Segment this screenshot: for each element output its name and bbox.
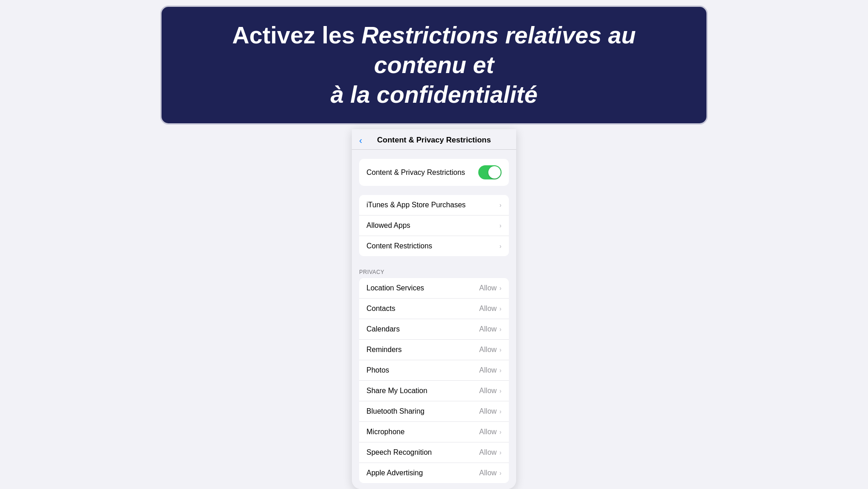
microphone-right: Allow › [479, 428, 502, 436]
speech-recognition-right: Allow › [479, 448, 502, 457]
nav-bar: ‹ Content & Privacy Restrictions [352, 129, 516, 150]
apple-advertising-label: Apple Advertising [366, 469, 423, 477]
speech-recognition-chevron: › [499, 449, 502, 456]
itunes-row[interactable]: iTunes & App Store Purchases › [359, 195, 509, 216]
main-rows-group: iTunes & App Store Purchases › Allowed A… [359, 195, 509, 256]
toggle-section: Content & Privacy Restrictions [359, 159, 509, 186]
calendars-value: Allow [479, 325, 497, 333]
location-services-value: Allow [479, 284, 497, 292]
bluetooth-row[interactable]: Bluetooth Sharing Allow › [359, 401, 509, 422]
calendars-chevron: › [499, 326, 502, 333]
photos-row[interactable]: Photos Allow › [359, 360, 509, 381]
contacts-value: Allow [479, 305, 497, 313]
share-location-chevron: › [499, 387, 502, 394]
contacts-chevron: › [499, 305, 502, 312]
location-services-label: Location Services [366, 284, 424, 292]
photos-right: Allow › [479, 366, 502, 374]
calendars-label: Calendars [366, 325, 400, 333]
location-services-right: Allow › [479, 284, 502, 292]
reminders-label: Reminders [366, 346, 402, 354]
bluetooth-value: Allow [479, 407, 497, 415]
content-restrictions-right: › [499, 242, 502, 250]
back-button[interactable]: ‹ [359, 135, 362, 146]
location-services-row[interactable]: Location Services Allow › [359, 278, 509, 299]
speech-recognition-value: Allow [479, 448, 497, 457]
content-restrictions-row[interactable]: Content Restrictions › [359, 236, 509, 256]
allowed-apps-label: Allowed Apps [366, 221, 410, 230]
content-restrictions-label: Content Restrictions [366, 242, 432, 250]
itunes-label: iTunes & App Store Purchases [366, 201, 465, 209]
settings-content: Content & Privacy Restrictions iTunes & … [352, 150, 516, 489]
main-section: iTunes & App Store Purchases › Allowed A… [352, 195, 516, 256]
content-restrictions-chevron: › [499, 242, 502, 250]
share-location-row[interactable]: Share My Location Allow › [359, 381, 509, 401]
reminders-right: Allow › [479, 346, 502, 354]
location-services-chevron: › [499, 284, 502, 292]
bluetooth-right: Allow › [479, 407, 502, 415]
toggle-label: Content & Privacy Restrictions [366, 168, 465, 177]
calendars-row[interactable]: Calendars Allow › [359, 319, 509, 340]
contacts-label: Contacts [366, 305, 395, 313]
privacy-rows-group: Location Services Allow › Contacts Allow… [359, 278, 509, 483]
privacy-label: PRIVACY [352, 265, 516, 278]
apple-advertising-row[interactable]: Apple Advertising Allow › [359, 463, 509, 483]
allowed-apps-chevron: › [499, 222, 502, 229]
toggle-switch[interactable] [478, 165, 502, 179]
banner: Activez les Restrictions relatives au co… [160, 5, 708, 125]
reminders-value: Allow [479, 346, 497, 354]
itunes-chevron: › [499, 201, 502, 209]
contacts-row[interactable]: Contacts Allow › [359, 299, 509, 319]
photos-chevron: › [499, 367, 502, 374]
reminders-row[interactable]: Reminders Allow › [359, 340, 509, 360]
apple-advertising-right: Allow › [479, 469, 502, 477]
photos-label: Photos [366, 366, 389, 374]
share-location-right: Allow › [479, 387, 502, 395]
photos-value: Allow [479, 366, 497, 374]
reminders-chevron: › [499, 346, 502, 353]
banner-line1-regular: Activez les [232, 22, 361, 48]
speech-recognition-label: Speech Recognition [366, 448, 432, 457]
calendars-right: Allow › [479, 325, 502, 333]
allowed-apps-right: › [499, 222, 502, 229]
banner-text: Activez les Restrictions relatives au co… [184, 21, 684, 110]
bluetooth-label: Bluetooth Sharing [366, 407, 424, 415]
toggle-knob [488, 166, 501, 179]
share-location-label: Share My Location [366, 387, 427, 395]
apple-advertising-value: Allow [479, 469, 497, 477]
privacy-section: PRIVACY Location Services Allow › Contac… [352, 265, 516, 483]
phone-screen: ‹ Content & Privacy Restrictions Content… [352, 129, 516, 489]
nav-title: Content & Privacy Restrictions [377, 136, 491, 145]
microphone-chevron: › [499, 428, 502, 436]
microphone-label: Microphone [366, 428, 405, 436]
speech-recognition-row[interactable]: Speech Recognition Allow › [359, 442, 509, 463]
apple-advertising-chevron: › [499, 469, 502, 477]
banner-line1-italic: Restrictions relatives au contenu età la… [330, 22, 636, 108]
bluetooth-chevron: › [499, 408, 502, 415]
microphone-value: Allow [479, 428, 497, 436]
allowed-apps-row[interactable]: Allowed Apps › [359, 216, 509, 236]
contacts-right: Allow › [479, 305, 502, 313]
share-location-value: Allow [479, 387, 497, 395]
itunes-right: › [499, 201, 502, 209]
microphone-row[interactable]: Microphone Allow › [359, 422, 509, 442]
